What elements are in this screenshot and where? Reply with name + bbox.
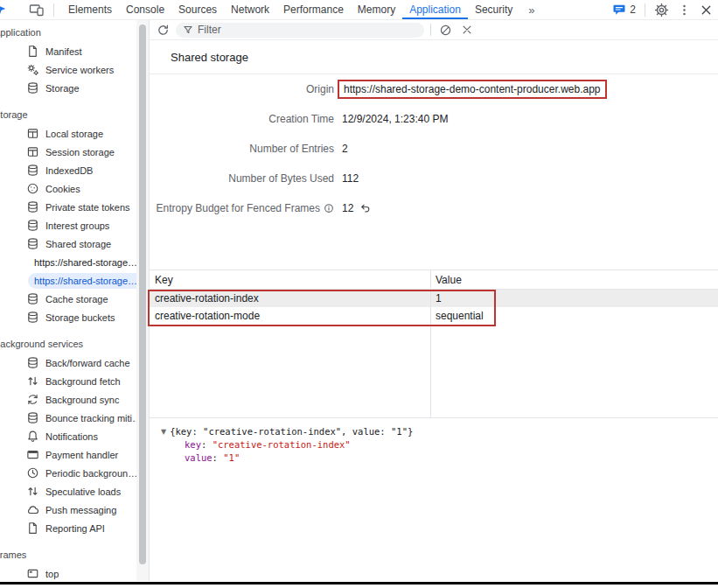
sidebar-item-https-shared-storage-selected[interactable]: https://shared-storage… bbox=[0, 271, 136, 290]
frame-icon bbox=[26, 567, 39, 580]
sync-icon bbox=[26, 393, 39, 406]
report-value-text: 2 bbox=[342, 143, 348, 155]
report-value: 2 bbox=[342, 143, 348, 155]
preview-summary: {key: "creative-rotation-index", value: … bbox=[170, 425, 413, 438]
metadata-report: Originhttps://shared-storage-demo-conten… bbox=[150, 74, 718, 223]
table-icon bbox=[26, 145, 39, 158]
settings-gear-icon[interactable] bbox=[654, 3, 669, 18]
sidebar-item-speculative-loads[interactable]: Speculative loads bbox=[0, 482, 136, 500]
tab-sources[interactable]: Sources bbox=[171, 0, 224, 19]
database-icon bbox=[26, 81, 39, 94]
cell-value: 1 bbox=[430, 292, 442, 304]
device-toolbar-icon[interactable] bbox=[20, 3, 53, 17]
bell-icon bbox=[26, 430, 39, 443]
tabbar-divider bbox=[53, 4, 54, 17]
preview-summary-line[interactable]: ▼ {key: "creative-rotation-index", value… bbox=[161, 425, 718, 438]
sidebar-item-reporting-api[interactable]: Reporting API bbox=[0, 519, 136, 537]
sidebar-item-session-storage[interactable]: Session storage bbox=[0, 143, 136, 161]
tabbar-divider bbox=[645, 4, 645, 17]
issues-counter[interactable]: 2 bbox=[612, 3, 636, 17]
report-value: https://shared-storage-demo-content-prod… bbox=[338, 80, 607, 99]
reset-budget-icon[interactable] bbox=[359, 202, 371, 214]
report-label-text: Number of Entries bbox=[249, 143, 334, 155]
sidebar-item-storage[interactable]: Storage bbox=[0, 79, 136, 97]
sidebar-item-label: Push messaging bbox=[45, 505, 116, 515]
report-label: Origin bbox=[150, 83, 334, 95]
database-icon bbox=[26, 200, 39, 214]
sidebar-item-indexeddb[interactable]: IndexedDB bbox=[0, 161, 136, 179]
sidebar-item-payment-handler[interactable]: Payment handler bbox=[0, 445, 136, 464]
sidebar-item-storage-buckets[interactable]: Storage buckets bbox=[0, 308, 136, 326]
panel-tabs: ElementsConsoleSourcesNetworkPerformance… bbox=[61, 0, 519, 19]
sidebar-item-label: Local storage bbox=[45, 129, 103, 139]
sidebar-item-cookies[interactable]: Cookies bbox=[0, 179, 136, 198]
sidebar-item-local-storage[interactable]: Local storage bbox=[0, 124, 136, 143]
tab-performance[interactable]: Performance bbox=[276, 0, 351, 19]
report-label-text: Creation Time bbox=[268, 113, 334, 125]
report-value: 12 bbox=[342, 202, 371, 214]
sidebar-item-cache-storage[interactable]: Cache storage bbox=[0, 290, 136, 308]
sidebar-item-label: IndexedDB bbox=[45, 165, 93, 176]
clear-block-icon[interactable] bbox=[438, 23, 452, 37]
sidebar-item-https-shared-storage[interactable]: https://shared-storage… bbox=[0, 253, 136, 271]
sidebar-item-private-state-tokens[interactable]: Private state tokens bbox=[0, 198, 136, 216]
database-icon bbox=[26, 356, 39, 369]
sidebar-item-label: Notifications bbox=[45, 431, 98, 442]
sidebar-section-title: Frames bbox=[0, 546, 136, 564]
sidebar-item-bounce-tracking-miti[interactable]: Bounce tracking miti… bbox=[0, 409, 136, 427]
sidebar-item-label: Speculative loads bbox=[45, 486, 121, 497]
tab-memory[interactable]: Memory bbox=[351, 0, 402, 19]
inspect-element-icon[interactable] bbox=[0, 0, 9, 19]
filter-input[interactable]: Filter bbox=[176, 23, 424, 38]
delete-selected-icon[interactable] bbox=[460, 23, 474, 37]
more-tabs-button[interactable]: » bbox=[519, 0, 543, 19]
column-divider[interactable] bbox=[430, 270, 431, 417]
report-label-text: Origin bbox=[306, 83, 334, 95]
report-row: Creation Time12/9/2024, 1:23:40 PM bbox=[150, 104, 718, 134]
column-header-key[interactable]: Key bbox=[150, 274, 430, 286]
info-icon[interactable] bbox=[324, 203, 334, 214]
up-down-arrows-icon bbox=[26, 374, 39, 388]
disclosure-triangle-icon[interactable]: ▼ bbox=[161, 425, 166, 438]
sidebar-section-title: Background services bbox=[0, 335, 136, 354]
sidebar-item-label: Back/forward cache bbox=[45, 358, 130, 368]
sidebar-item-label: top bbox=[45, 569, 59, 579]
database-icon bbox=[26, 311, 39, 324]
refresh-icon[interactable] bbox=[156, 23, 170, 37]
sidebar-item-background-sync[interactable]: Background sync bbox=[0, 390, 136, 409]
sidebar-item-notifications[interactable]: Notifications bbox=[0, 427, 136, 445]
tab-console[interactable]: Console bbox=[119, 0, 171, 19]
sidebar-item-back-forward-cache[interactable]: Back/forward cache bbox=[0, 354, 136, 372]
sidebar-item-periodic-backgroun[interactable]: Periodic backgroun… bbox=[0, 464, 136, 482]
bottom-edge bbox=[0, 582, 718, 584]
database-icon bbox=[26, 219, 39, 232]
sidebar-item-background-fetch[interactable]: Background fetch bbox=[0, 372, 136, 390]
card-icon bbox=[26, 448, 39, 461]
table-row[interactable]: creative-rotation-modesequential bbox=[150, 307, 718, 325]
sidebar-item-interest-groups[interactable]: Interest groups bbox=[0, 216, 136, 234]
tab-elements[interactable]: Elements bbox=[61, 0, 119, 19]
cookie-icon bbox=[26, 182, 39, 195]
sidebar-item-label: Background fetch bbox=[45, 376, 121, 387]
database-icon bbox=[26, 237, 39, 250]
section-title-text: Application bbox=[0, 24, 41, 42]
tab-security[interactable]: Security bbox=[468, 0, 519, 19]
sidebar-item-label: Interest groups bbox=[45, 220, 109, 231]
panel-toolbar: Filter bbox=[150, 20, 718, 40]
sidebar-scrollbar[interactable] bbox=[136, 20, 149, 581]
report-label-text: Entropy Budget for Fenced Frames bbox=[157, 202, 320, 214]
toolbar-divider bbox=[430, 24, 431, 36]
sidebar-item-shared-storage[interactable]: Shared storage bbox=[0, 234, 136, 253]
column-header-value[interactable]: Value bbox=[430, 274, 462, 286]
filter-placeholder: Filter bbox=[198, 24, 221, 36]
table-row[interactable]: creative-rotation-index1 bbox=[150, 290, 718, 307]
sidebar-item-top[interactable]: top bbox=[0, 564, 136, 581]
sidebar-item-push-messaging[interactable]: Push messaging bbox=[0, 500, 136, 519]
kebab-menu-icon[interactable] bbox=[678, 4, 691, 17]
sidebar-item-manifest[interactable]: Manifest bbox=[0, 42, 136, 60]
tab-network[interactable]: Network bbox=[224, 0, 276, 19]
sidebar-item-service-workers[interactable]: Service workers bbox=[0, 60, 136, 79]
sidebar-scrollbar-thumb[interactable] bbox=[139, 24, 146, 564]
tab-application[interactable]: Application bbox=[402, 0, 468, 19]
close-devtools-icon[interactable] bbox=[700, 4, 713, 17]
